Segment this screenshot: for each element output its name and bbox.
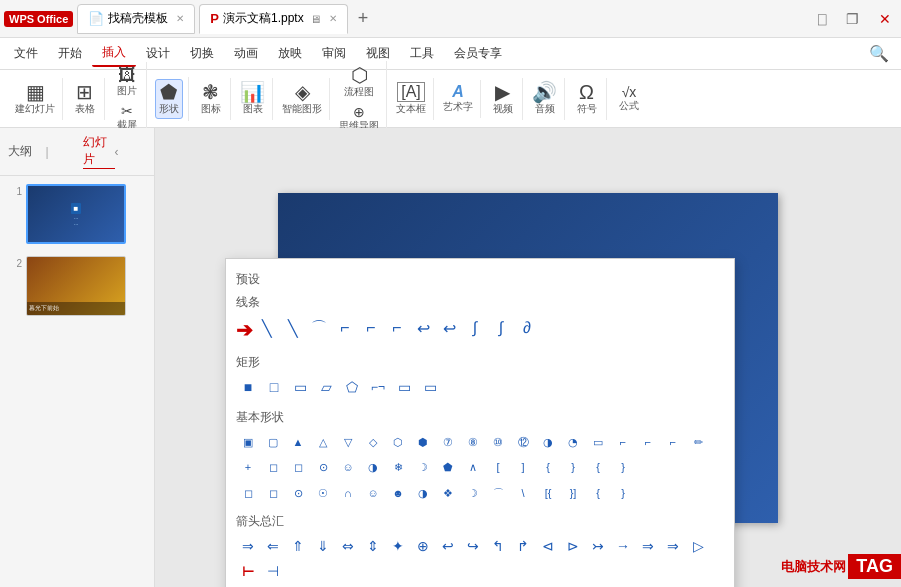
arrow-15[interactable]: ↣ — [586, 534, 610, 558]
basic2-3[interactable]: ⊙ — [286, 481, 310, 505]
search-icon[interactable]: 🔍 — [861, 40, 897, 67]
basic2-12[interactable]: \ — [511, 481, 535, 505]
basic-31[interactable]: ] — [511, 455, 535, 479]
basic2-7[interactable]: ☻ — [386, 481, 410, 505]
basic-3[interactable]: ▲ — [286, 430, 310, 454]
basic-13[interactable]: ◑ — [536, 430, 560, 454]
basic-29[interactable]: ∧ — [461, 455, 485, 479]
basic-7[interactable]: ⬡ — [386, 430, 410, 454]
arrow-9[interactable]: ↩ — [436, 534, 460, 558]
arrow-13[interactable]: ⊲ — [536, 534, 560, 558]
line-shape-3[interactable]: ⌒ — [307, 316, 331, 340]
table-button[interactable]: ⊞ 表格 — [72, 80, 98, 118]
minimize-button[interactable]: ⎕ — [812, 9, 832, 29]
icon-button[interactable]: ❃ 图标 — [198, 80, 224, 118]
slide-preview-2[interactable]: 暮光下前始 — [26, 256, 126, 316]
ribbon-tab-file[interactable]: 文件 — [4, 41, 48, 66]
symbol-button[interactable]: Ω 符号 — [574, 80, 600, 118]
line-shape-5[interactable]: ⌐ — [359, 316, 383, 340]
basic-34[interactable]: { — [586, 455, 610, 479]
basic-22[interactable]: ◻ — [286, 455, 310, 479]
basic-28[interactable]: ⬟ — [436, 455, 460, 479]
arrow-11[interactable]: ↰ — [486, 534, 510, 558]
basic-24[interactable]: ☺ — [336, 455, 360, 479]
image-button[interactable]: 🖼 图片 — [114, 64, 140, 100]
basic-35[interactable]: } — [611, 455, 635, 479]
basic-18[interactable]: ⌐ — [661, 430, 685, 454]
basic2-11[interactable]: ⌒ — [486, 481, 510, 505]
flowchart-button[interactable]: ⬡ 流程图 — [341, 63, 377, 101]
basic-23[interactable]: ⊙ — [311, 455, 335, 479]
arrow-21[interactable]: ⊣ — [261, 559, 285, 583]
basic-27[interactable]: ☽ — [411, 455, 435, 479]
audio-button[interactable]: 🔊 音频 — [529, 80, 560, 118]
basic2-8[interactable]: ◑ — [411, 481, 435, 505]
arrow-14[interactable]: ⊳ — [561, 534, 585, 558]
basic-4[interactable]: △ — [311, 430, 335, 454]
basic2-1[interactable]: ◻ — [236, 481, 260, 505]
basic-15[interactable]: ▭ — [586, 430, 610, 454]
close-button[interactable]: ✕ — [873, 9, 897, 29]
basic2-10[interactable]: ☽ — [461, 481, 485, 505]
basic2-2[interactable]: ◻ — [261, 481, 285, 505]
arrow-7[interactable]: ✦ — [386, 534, 410, 558]
basic2-14[interactable]: }] — [561, 481, 585, 505]
arrow-3[interactable]: ⇑ — [286, 534, 310, 558]
line-shape-7[interactable]: ↩ — [411, 316, 435, 340]
basic-1[interactable]: ▣ — [236, 430, 260, 454]
rect-8[interactable]: ▭ — [418, 375, 442, 399]
rect-4[interactable]: ▱ — [314, 375, 338, 399]
chart-button[interactable]: 📊 图表 — [237, 80, 268, 118]
rect-7[interactable]: ▭ — [392, 375, 416, 399]
ribbon-tab-tools[interactable]: 工具 — [400, 41, 444, 66]
basic2-15[interactable]: { — [586, 481, 610, 505]
arrow-1[interactable]: ⇒ — [236, 534, 260, 558]
line-shape-1[interactable]: ╲ — [255, 316, 279, 340]
line-shape-8[interactable]: ↩ — [437, 316, 461, 340]
basic-12[interactable]: ⑫ — [511, 430, 535, 454]
ribbon-tab-animation[interactable]: 动画 — [224, 41, 268, 66]
presentation-close[interactable]: ✕ — [329, 13, 337, 24]
basic-16[interactable]: ⌐ — [611, 430, 635, 454]
basic2-9[interactable]: ❖ — [436, 481, 460, 505]
line-shape-9[interactable]: ∫ — [463, 316, 487, 340]
basic2-16[interactable]: } — [611, 481, 635, 505]
basic-25[interactable]: ◑ — [361, 455, 385, 479]
basic-21[interactable]: ◻ — [261, 455, 285, 479]
find-template-close[interactable]: ✕ — [176, 13, 184, 24]
basic-5[interactable]: ▽ — [336, 430, 360, 454]
ribbon-tab-member[interactable]: 会员专享 — [444, 41, 512, 66]
arrow-10[interactable]: ↪ — [461, 534, 485, 558]
basic-11[interactable]: ⑩ — [486, 430, 510, 454]
ribbon-tab-home[interactable]: 开始 — [48, 41, 92, 66]
arrow-19[interactable]: ▷ — [686, 534, 710, 558]
basic-2[interactable]: ▢ — [261, 430, 285, 454]
rect-1[interactable]: ■ — [236, 375, 260, 399]
basic-14[interactable]: ◔ — [561, 430, 585, 454]
arrow-18[interactable]: ⇒ — [661, 534, 685, 558]
arrow-8[interactable]: ⊕ — [411, 534, 435, 558]
arrow-20[interactable]: ⊢ — [236, 559, 260, 583]
basic-9[interactable]: ⑦ — [436, 430, 460, 454]
basic-19[interactable]: ✏ — [686, 430, 710, 454]
textbox-button[interactable]: [A] 文本框 — [393, 80, 429, 118]
arrow-5[interactable]: ⇔ — [336, 534, 360, 558]
new-slide-button[interactable]: ▦ 建幻灯片 — [12, 80, 58, 118]
outline-label[interactable]: 大纲 — [8, 143, 40, 160]
basic-8[interactable]: ⬢ — [411, 430, 435, 454]
arrow-16[interactable]: → — [611, 534, 635, 558]
basic2-5[interactable]: ∩ — [336, 481, 360, 505]
wordart-button[interactable]: A 艺术字 — [440, 82, 476, 116]
smart-button[interactable]: ◈ 智能图形 — [279, 80, 325, 118]
line-shape-6[interactable]: ⌐ — [385, 316, 409, 340]
line-shape-11[interactable]: ∂ — [515, 316, 539, 340]
basic-6[interactable]: ◇ — [361, 430, 385, 454]
basic-32[interactable]: { — [536, 455, 560, 479]
basic-33[interactable]: } — [561, 455, 585, 479]
line-shape-2[interactable]: ╲ — [281, 316, 305, 340]
line-shape-10[interactable]: ∫ — [489, 316, 513, 340]
video-button[interactable]: ▶ 视频 — [490, 80, 516, 118]
tab-find-template[interactable]: 📄 找稿壳模板 ✕ — [77, 4, 195, 34]
formula-button[interactable]: √x 公式 — [616, 83, 642, 115]
basic-17[interactable]: ⌐ — [636, 430, 660, 454]
